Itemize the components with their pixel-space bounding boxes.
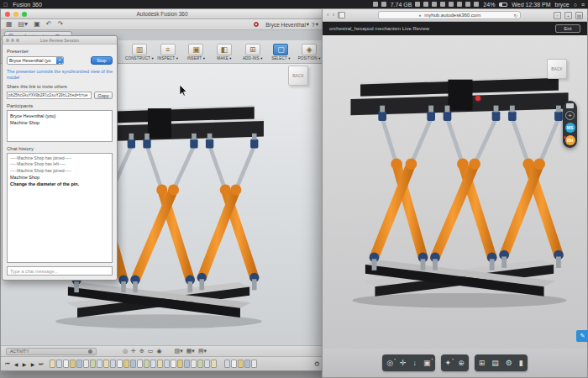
- orbit-icon[interactable]: ◎▾: [386, 360, 393, 367]
- undo-icon[interactable]: ↶: [46, 21, 52, 28]
- add-ins-icon: ⊞: [245, 44, 260, 55]
- user-menu[interactable]: bryce: [555, 2, 570, 8]
- webcam-icon[interactable]: [566, 103, 574, 108]
- properties-icon[interactable]: ▤: [491, 360, 499, 367]
- presenter-select[interactable]: Bryce Heventhal (yo ▴▾: [7, 56, 64, 65]
- display-icon[interactable]: [373, 2, 378, 7]
- ribbon-construct[interactable]: ▥ CONSTRUCT ▾: [125, 44, 154, 60]
- activity-pill[interactable]: ACTIVITY: [6, 348, 97, 355]
- new-tab-icon[interactable]: +: [564, 12, 572, 19]
- live-review-record-icon[interactable]: [254, 22, 259, 27]
- redo-icon[interactable]: ↷: [57, 21, 63, 28]
- viewcube[interactable]: BACK: [288, 66, 308, 86]
- avatar-machine-shop[interactable]: MS: [565, 123, 575, 133]
- memory-status[interactable]: 7.74 GB: [391, 2, 412, 8]
- ribbon-add-ins[interactable]: ⊞ ADD-INS ▾: [239, 44, 267, 60]
- notification-center-icon[interactable]: ≡: [581, 2, 585, 8]
- fusion-quick-toolbar: ▦ ▤▾ ▣ ↶ ↷ Bryce Heventhal ▾ ? ▾: [1, 19, 323, 30]
- timeline-feature-icons[interactable]: [50, 360, 257, 368]
- fullscreen-icon[interactable]: ▮: [519, 360, 523, 367]
- tools-group: ⊞ ▤ ⚙ ▮: [475, 354, 528, 371]
- address-bar[interactable]: ● myhub.autodesk360.com ↻: [378, 11, 521, 19]
- bluetooth-icon[interactable]: [457, 2, 462, 7]
- chat-message: Change the diameter of the pin.: [10, 181, 109, 188]
- sidebar-icon[interactable]: [338, 12, 345, 18]
- avatar-bryce[interactable]: BH: [565, 135, 575, 145]
- settings-icon[interactable]: ⚙: [506, 360, 512, 367]
- chevron-down-icon: ▾: [316, 21, 318, 28]
- render-icon[interactable]: ✦▾: [445, 360, 452, 367]
- participant-item[interactable]: Machine Shop: [10, 119, 109, 126]
- chat-bubble-icon[interactable]: ✎: [576, 330, 588, 342]
- wifi-icon[interactable]: [474, 2, 479, 7]
- timeline-next-button[interactable]: ▶: [29, 361, 36, 367]
- participants-list[interactable]: Bryce Heventhal (you) Machine Shop: [7, 110, 113, 142]
- timeline-play-button[interactable]: ▶: [21, 361, 28, 367]
- camera-icon[interactable]: [440, 2, 445, 7]
- grid-settings-icon[interactable]: ▦▾: [186, 348, 195, 354]
- exit-button[interactable]: Exit: [555, 24, 580, 33]
- ribbon-position[interactable]: ◈ POSITION ▾: [295, 44, 323, 60]
- ribbon-insert[interactable]: ▣ INSERT ▾: [182, 44, 211, 60]
- reload-icon[interactable]: ↻: [513, 13, 517, 18]
- fusion-titlebar[interactable]: Autodesk Fusion 360: [1, 9, 323, 19]
- construct-icon: ▥: [132, 44, 147, 55]
- panel-titlebar[interactable]: Live Review Session: [3, 36, 117, 45]
- bell-icon[interactable]: [449, 2, 454, 7]
- help-menu[interactable]: ?: [312, 22, 315, 28]
- timeline-prev-button[interactable]: ◀: [13, 361, 19, 367]
- copy-button[interactable]: Copy: [94, 92, 113, 99]
- hexapod-model[interactable]: [338, 44, 581, 320]
- shield-icon[interactable]: [381, 2, 386, 7]
- explode-icon[interactable]: ⊕: [458, 360, 465, 367]
- keyboard-icon[interactable]: [432, 2, 437, 7]
- model-browser-icon[interactable]: ⊞: [479, 360, 486, 367]
- tabs-overview-icon[interactable]: ▤: [575, 12, 583, 19]
- app-menu[interactable]: Fusion 360: [13, 2, 42, 8]
- select-icon: ▢: [273, 44, 288, 55]
- file-menu-icon[interactable]: ▤▾: [18, 21, 29, 28]
- make-icon: ◧: [217, 44, 232, 55]
- chat-message-input[interactable]: [7, 266, 113, 276]
- timeline-options-icon[interactable]: ⚙: [314, 360, 320, 368]
- pan-icon[interactable]: ✛: [131, 348, 136, 354]
- account-menu[interactable]: Bryce Heventhal: [265, 22, 306, 28]
- search-icon[interactable]: ○: [574, 2, 577, 8]
- refresh-icon[interactable]: [415, 2, 420, 7]
- orbit-icon[interactable]: ◎: [123, 348, 128, 354]
- timeline-start-button[interactable]: ⏮: [4, 361, 11, 367]
- panel-window-controls[interactable]: [6, 39, 19, 42]
- display-settings-icon[interactable]: ▨▾: [175, 348, 183, 354]
- share-icon[interactable]: ↑: [554, 12, 561, 19]
- add-participant-icon[interactable]: +: [565, 111, 575, 120]
- stop-button[interactable]: Stop: [91, 56, 113, 65]
- look-at-icon[interactable]: ▭: [148, 348, 154, 354]
- invite-link-input[interactable]: [7, 92, 92, 99]
- participant-item[interactable]: Bryce Heventhal (you): [10, 113, 109, 119]
- apps-icon[interactable]: [423, 2, 428, 7]
- app-grid-icon[interactable]: ▦: [6, 21, 13, 28]
- camera-icon[interactable]: ▣▾: [423, 360, 431, 367]
- save-icon[interactable]: ▣: [34, 21, 40, 28]
- viewports-icon[interactable]: ▤▾: [198, 348, 207, 354]
- forward-icon[interactable]: ›: [333, 12, 335, 18]
- zoom-window-icon[interactable]: ◉: [156, 348, 161, 354]
- presenter-info-text: The presenter controls the synchronized …: [7, 69, 113, 81]
- appearance-group: ✦▾ ⊕: [441, 354, 469, 371]
- web-viewer[interactable]: BACK + MS BH: [323, 35, 587, 349]
- position-icon: ◈: [302, 44, 317, 55]
- timeline-end-button[interactable]: ⏭: [38, 361, 45, 367]
- ribbon-make[interactable]: ◧ MAKE ▾: [210, 44, 239, 60]
- ribbon-select[interactable]: ▢ SELECT ▾: [267, 44, 296, 60]
- apple-menu-icon[interactable]: : [3, 2, 8, 8]
- chat-history[interactable]: -----Machine Shop has joined----- -----M…: [7, 153, 113, 263]
- zoom-icon[interactable]: ⊕: [139, 348, 144, 354]
- battery-status[interactable]: 24%: [483, 2, 495, 8]
- volume-icon[interactable]: [465, 2, 470, 7]
- viewcube[interactable]: BACK: [547, 59, 567, 79]
- ribbon-inspect[interactable]: ≡ INSPECT ▾: [154, 44, 182, 60]
- zoom-icon[interactable]: ↓: [413, 360, 417, 367]
- back-icon[interactable]: ‹: [327, 12, 329, 18]
- pan-icon[interactable]: ✛: [400, 360, 407, 367]
- clock[interactable]: Wed 12:38 PM: [512, 2, 550, 8]
